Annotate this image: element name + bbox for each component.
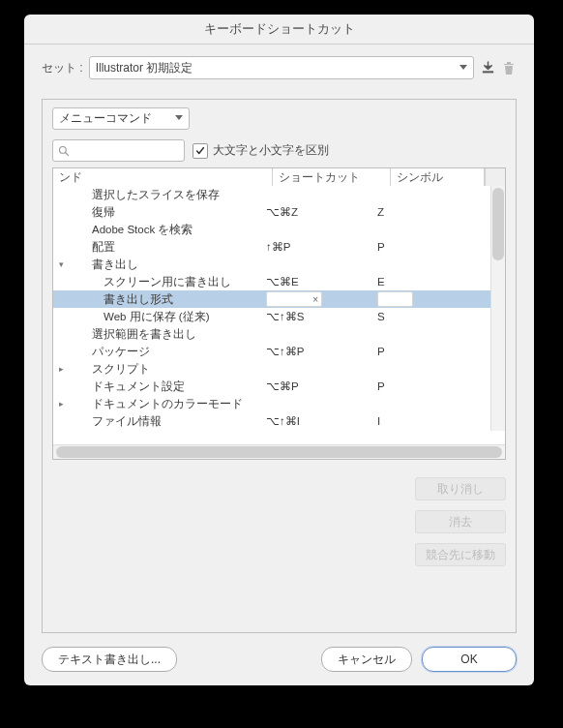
cell-shortcut[interactable]: ⌥⌘E	[266, 273, 377, 290]
cell-shortcut[interactable]	[266, 186, 377, 203]
keyboard-shortcuts-dialog: キーボードショートカット セット : Illustrator 初期設定 メニュー…	[24, 15, 534, 685]
cell-command: 配置	[53, 238, 266, 256]
cell-shortcut[interactable]: ⌥↑⌘P	[266, 343, 377, 360]
cell-symbol[interactable]: E	[377, 273, 491, 290]
table-row[interactable]: ドキュメント設定⌥⌘PP	[53, 378, 491, 395]
category-dropdown-value: メニューコマンド	[59, 110, 152, 127]
cell-shortcut[interactable]	[266, 360, 377, 378]
cell-symbol[interactable]: S	[377, 308, 491, 325]
cell-symbol[interactable]: I	[377, 412, 491, 430]
shortcut-input[interactable]: ×	[266, 291, 322, 307]
table-row[interactable]: パッケージ⌥↑⌘PP	[53, 343, 491, 360]
disclosure-icon[interactable]: ▾	[53, 259, 69, 269]
row-label: ドキュメント設定	[69, 379, 185, 394]
table-row[interactable]: Adobe Stock を検索	[53, 221, 491, 238]
edit-buttons: 取り消し 消去 競合先に移動	[52, 477, 506, 566]
cell-symbol[interactable]	[377, 290, 491, 308]
cell-symbol[interactable]: P	[377, 378, 491, 395]
col-symbol-header[interactable]: シンボル	[391, 168, 485, 186]
cell-command: Adobe Stock を検索	[53, 221, 266, 238]
cell-command: ファイル情報	[53, 412, 266, 430]
vertical-scroll-thumb[interactable]	[492, 188, 504, 260]
dialog-content: セット : Illustrator 初期設定 メニューコマンド	[24, 45, 534, 685]
search-input[interactable]	[74, 143, 179, 159]
table-row[interactable]: 書き出し形式×	[53, 290, 491, 308]
row-label: スクリーン用に書き出し	[69, 275, 231, 289]
case-sensitive-checkbox[interactable]: 大文字と小文字を区別	[193, 142, 329, 159]
row-label: 配置	[69, 240, 115, 255]
cell-shortcut[interactable]	[266, 325, 377, 343]
cell-symbol[interactable]	[377, 360, 491, 378]
horizontal-scroll-thumb[interactable]	[56, 446, 502, 458]
set-dropdown[interactable]: Illustrator 初期設定	[89, 56, 474, 79]
disclosure-icon[interactable]: ▸	[53, 399, 69, 409]
table-row[interactable]: 選択範囲を書き出し	[53, 325, 491, 343]
cell-shortcut[interactable]	[266, 256, 377, 273]
table-row[interactable]: ▾書き出し	[53, 256, 491, 273]
cell-command: ドキュメント設定	[53, 378, 266, 395]
col-shortcut-header[interactable]: ショートカット	[273, 168, 391, 186]
cell-command: パッケージ	[53, 343, 266, 360]
symbol-input[interactable]	[377, 291, 413, 307]
cell-shortcut[interactable]: ⌥↑⌘I	[266, 412, 377, 430]
table-row[interactable]: Web 用に保存 (従来)⌥↑⌘SS	[53, 308, 491, 325]
ok-button[interactable]: OK	[422, 647, 517, 672]
cell-command: 書き出し形式	[53, 290, 266, 308]
cell-command: ▸ドキュメントのカラーモード	[53, 395, 266, 412]
cell-symbol[interactable]	[377, 186, 491, 203]
cell-shortcut[interactable]: ↑⌘P	[266, 238, 377, 256]
inner-panel: メニューコマンド 大文字と小文字を区別 ンド ショートカット	[42, 99, 517, 633]
table-row[interactable]: 配置↑⌘PP	[53, 238, 491, 256]
cell-symbol[interactable]: P	[377, 343, 491, 360]
cell-symbol[interactable]	[377, 256, 491, 273]
checkbox-icon	[193, 143, 208, 159]
cell-shortcut[interactable]	[266, 395, 377, 412]
row-label: 選択したスライスを保存	[69, 188, 220, 202]
table-row[interactable]: 復帰⌥⌘ZZ	[53, 203, 491, 221]
cell-shortcut[interactable]	[266, 221, 377, 238]
row-label: 選択範囲を書き出し	[69, 327, 196, 342]
cell-shortcut[interactable]: ⌥⌘Z	[266, 203, 377, 221]
row-label: 復帰	[69, 205, 115, 220]
cell-symbol[interactable]	[377, 325, 491, 343]
row-label: ドキュメントのカラーモード	[69, 397, 243, 411]
horizontal-scrollbar[interactable]	[53, 444, 505, 459]
table-header: ンド ショートカット シンボル	[53, 168, 505, 186]
set-label: セット :	[42, 60, 83, 76]
delete-set-icon[interactable]	[501, 60, 517, 76]
export-text-button[interactable]: テキスト書き出し...	[42, 647, 177, 672]
shortcut-table: ンド ショートカット シンボル 選択したスライスを保存復帰⌥⌘ZZAdobe S…	[52, 167, 506, 460]
table-row[interactable]: スクリーン用に書き出し⌥⌘EE	[53, 273, 491, 290]
case-sensitive-label: 大文字と小文字を区別	[213, 142, 329, 159]
table-row[interactable]: ファイル情報⌥↑⌘II	[53, 412, 491, 430]
cell-symbol[interactable]: Z	[377, 203, 491, 221]
cell-command: ▾書き出し	[53, 256, 266, 273]
category-dropdown[interactable]: メニューコマンド	[52, 107, 190, 130]
table-row[interactable]: 選択したスライスを保存	[53, 186, 491, 203]
row-label: パッケージ	[69, 345, 150, 359]
svg-rect-0	[482, 71, 492, 73]
save-set-icon[interactable]	[480, 60, 495, 76]
cell-symbol[interactable]	[377, 395, 491, 412]
undo-button[interactable]: 取り消し	[415, 477, 506, 500]
cell-symbol[interactable]: P	[377, 238, 491, 256]
table-row[interactable]: ▸スクリプト	[53, 360, 491, 378]
dialog-footer: テキスト書き出し... キャンセル OK	[42, 647, 517, 672]
set-dropdown-value: Illustrator 初期設定	[96, 60, 193, 76]
cell-shortcut[interactable]: ×	[266, 290, 377, 308]
cell-shortcut[interactable]: ⌥⌘P	[266, 378, 377, 395]
cell-symbol[interactable]	[377, 221, 491, 238]
table-body: 選択したスライスを保存復帰⌥⌘ZZAdobe Stock を検索配置↑⌘PP▾書…	[53, 186, 505, 444]
cancel-button[interactable]: キャンセル	[321, 647, 412, 672]
disclosure-icon[interactable]: ▸	[53, 364, 69, 374]
clear-button[interactable]: 消去	[415, 510, 506, 533]
cell-shortcut[interactable]: ⌥↑⌘S	[266, 308, 377, 325]
vertical-scrollbar[interactable]	[490, 186, 505, 431]
row-label: 書き出し	[69, 258, 138, 272]
table-row[interactable]: ▸ドキュメントのカラーモード	[53, 395, 491, 412]
cell-command: 復帰	[53, 203, 266, 221]
search-field[interactable]	[52, 139, 185, 162]
cell-command: ▸スクリプト	[53, 360, 266, 378]
col-command-header[interactable]: ンド	[53, 168, 273, 186]
go-to-conflict-button[interactable]: 競合先に移動	[415, 543, 506, 566]
